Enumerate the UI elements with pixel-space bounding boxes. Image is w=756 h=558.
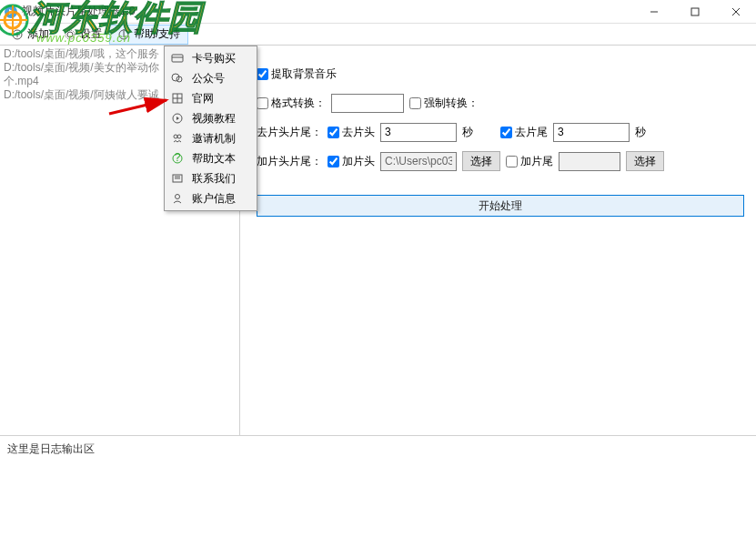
trim-label: 去片头片尾： <box>257 125 322 140</box>
menu-help-label: 帮助/支持 <box>134 26 180 42</box>
video-icon <box>170 111 185 126</box>
force-convert-checkbox[interactable]: 强制转换： <box>409 96 479 111</box>
format-convert-checkbox[interactable]: 格式转换： <box>257 96 326 111</box>
dropdown-item-wechat[interactable]: 公众号 <box>166 68 255 88</box>
dropdown-item-website[interactable]: 官网 <box>166 88 255 108</box>
svg-point-30 <box>176 195 180 199</box>
dropdown-item-contact[interactable]: 联系我们 <box>166 168 255 188</box>
dropdown-label: 帮助文本 <box>192 151 236 167</box>
trim-tail-checkbox[interactable]: 去片尾 <box>500 125 548 140</box>
dropdown-item-invite[interactable]: 邀请机制 <box>166 128 255 148</box>
menu-settings-label: 设置 <box>80 26 102 42</box>
extract-bgm-checkbox[interactable]: 提取背景音乐 <box>257 66 337 82</box>
select-tail-button[interactable]: 选择 <box>626 151 664 171</box>
start-process-button[interactable]: 开始处理 <box>257 195 744 217</box>
dropdown-label: 官网 <box>192 91 214 107</box>
menu-add-label: 添加 <box>27 26 49 42</box>
add-tail-checkbox[interactable]: 加片尾 <box>506 154 553 169</box>
wechat-icon <box>170 71 185 86</box>
svg-text:i: i <box>123 29 126 40</box>
help-icon: i <box>117 28 130 41</box>
menu-bar: 添加 设置 i 帮助/支持 <box>0 24 756 46</box>
maximize-button[interactable] <box>674 0 715 24</box>
log-placeholder: 这里是日志输出区 <box>7 442 95 455</box>
dropdown-item-helptext[interactable]: ? 帮助文本 <box>166 148 255 168</box>
dropdown-item-video[interactable]: 视频教程 <box>166 108 255 128</box>
globe-icon <box>170 91 185 106</box>
add-label: 加片头片尾： <box>257 154 322 169</box>
card-icon <box>170 51 185 66</box>
dropdown-label: 邀请机制 <box>192 131 236 147</box>
help-dropdown: 卡号购买 公众号 官网 视频教程 邀请机制 ? 帮助文本 联系我们 账户信息 <box>164 46 257 211</box>
invite-icon <box>170 131 185 146</box>
sec-label: 秒 <box>462 125 473 140</box>
svg-rect-17 <box>172 55 183 62</box>
gear-icon <box>64 28 76 41</box>
add-head-checkbox[interactable]: 加片头 <box>328 154 375 169</box>
svg-text:?: ? <box>175 152 181 164</box>
question-icon: ? <box>170 151 185 166</box>
trim-tail-input[interactable] <box>553 123 630 142</box>
minimize-button[interactable] <box>633 0 674 24</box>
app-icon <box>4 5 18 19</box>
close-button[interactable] <box>715 0 756 24</box>
add-tail-path <box>559 152 620 171</box>
svg-rect-7 <box>691 8 699 15</box>
window-title: 视频片头片尾处理器1.0 <box>22 4 633 19</box>
trim-head-checkbox[interactable]: 去片头 <box>328 125 375 140</box>
select-head-button[interactable]: 选择 <box>462 151 500 171</box>
svg-point-13 <box>67 32 73 37</box>
dropdown-label: 账户信息 <box>192 191 236 207</box>
svg-point-24 <box>177 135 181 138</box>
dropdown-label: 公众号 <box>192 71 225 86</box>
dropdown-label: 视频教程 <box>192 111 236 127</box>
plus-icon <box>11 28 24 41</box>
title-bar: 视频片头片尾处理器1.0 <box>0 0 756 24</box>
menu-help[interactable]: i 帮助/支持 <box>109 25 188 45</box>
trim-head-input[interactable] <box>380 123 457 142</box>
menu-settings[interactable]: 设置 <box>56 25 109 45</box>
dropdown-item-account[interactable]: 账户信息 <box>166 188 255 208</box>
contact-icon <box>170 171 185 186</box>
account-icon <box>170 191 185 206</box>
add-head-path <box>380 152 457 171</box>
svg-point-23 <box>174 135 177 138</box>
log-output: 这里是日志输出区 <box>0 436 756 558</box>
format-input[interactable] <box>331 94 404 113</box>
svg-point-19 <box>172 74 179 81</box>
dropdown-label: 联系我们 <box>192 171 236 187</box>
menu-add[interactable]: 添加 <box>4 25 56 45</box>
dropdown-label: 卡号购买 <box>192 51 236 66</box>
dropdown-item-card[interactable]: 卡号购买 <box>166 48 255 68</box>
sec-label: 秒 <box>635 125 646 140</box>
